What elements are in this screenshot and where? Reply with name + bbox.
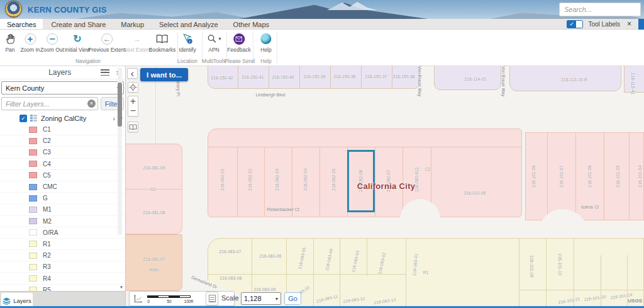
identify-button[interactable]: i Identify: [179, 31, 196, 53]
panel-scrollbar-thumb[interactable]: [118, 83, 122, 127]
legend-swatch: [29, 184, 37, 190]
selected-parcel-outline[interactable]: [347, 150, 375, 212]
legend-item[interactable]: R3: [0, 261, 125, 273]
legend-item[interactable]: G: [0, 193, 125, 204]
search-input[interactable]: [560, 6, 644, 13]
tab-markup[interactable]: Markup: [114, 19, 151, 29]
scale-doc-icon: [209, 295, 216, 302]
zoom-out-icon: −: [47, 31, 58, 46]
zoom-in-icon: +: [25, 31, 36, 46]
parcel-polygon[interactable]: [361, 66, 392, 89]
next-extent-button[interactable]: → Next Extent: [123, 31, 151, 53]
collapse-panel-button[interactable]: ‹: [127, 68, 138, 79]
parcel-line: [402, 147, 403, 217]
locate-button[interactable]: [128, 82, 138, 93]
i-want-to-button[interactable]: I want to...: [140, 68, 188, 81]
legend-item[interactable]: CMC: [0, 181, 125, 193]
parcel-line: [367, 238, 367, 276]
zoom-out-button[interactable]: − Zoom Out: [40, 31, 64, 53]
parcel-polygon[interactable]: [299, 66, 331, 89]
legend-label: R4: [43, 275, 51, 282]
close-icon[interactable]: ×: [625, 20, 633, 29]
legend-item[interactable]: M1: [0, 204, 125, 215]
legend-label: M2: [43, 218, 52, 225]
legend-list-icon[interactable]: [101, 69, 109, 76]
clear-filter-icon[interactable]: ×: [87, 100, 96, 108]
legend-item[interactable]: O/RA: [0, 227, 125, 239]
zoom-in-button[interactable]: + Zoom In: [20, 31, 40, 53]
legend-item[interactable]: R1: [0, 239, 125, 250]
tab-searches[interactable]: Searches: [0, 19, 43, 29]
scale-tick: 100ft: [184, 299, 193, 304]
legend-item[interactable]: C4: [0, 159, 125, 170]
pan-button[interactable]: Pan: [4, 31, 16, 53]
scale-select[interactable]: 1,128 ▾: [241, 292, 281, 305]
filter-layers-input[interactable]: [1, 97, 98, 110]
zone-c2-right-block[interactable]: [525, 132, 644, 220]
feedback-envelope-icon: [233, 31, 245, 46]
parcel-polygon[interactable]: [434, 66, 501, 90]
initial-view-button[interactable]: ↻ Initial View: [65, 31, 90, 53]
legend-label: C5: [43, 172, 51, 179]
global-search: [559, 3, 641, 16]
map-viewport[interactable]: 216-150-42216-150-41216-150-40216-150-39…: [126, 66, 644, 308]
tab-other-maps[interactable]: Other Maps: [226, 19, 276, 29]
parcel-polygon[interactable]: [624, 66, 644, 93]
legend-item[interactable]: M2: [0, 216, 125, 227]
tab-select-and-analyze[interactable]: Select and Analyze: [152, 19, 225, 29]
scroll-down-icon[interactable]: ▼: [119, 285, 123, 289]
legend-swatch: [29, 149, 37, 156]
kern-county-seal-logo: [5, 1, 22, 18]
parcel-polygon[interactable]: [392, 66, 419, 89]
legend-item[interactable]: R2: [0, 250, 125, 261]
mountain-snow: [327, 2, 377, 10]
check-icon: ✓: [567, 21, 576, 28]
zone-rmh-block[interactable]: [126, 234, 182, 291]
parcel-polygon[interactable]: [330, 66, 362, 89]
parcel-polygon[interactable]: [208, 66, 238, 89]
main-area: Layers × Kern County ▾ × Filter ✓ Zoning…: [0, 66, 644, 308]
tool-labels-label: Tool Labels: [588, 21, 620, 28]
legend-label: G: [43, 195, 48, 202]
parcel-polygon[interactable]: [269, 66, 300, 89]
legend-swatch: [29, 253, 37, 259]
layer-group-row[interactable]: ✓ Zoning CalCity › ▲: [0, 113, 125, 124]
parcel-line: [519, 290, 644, 290]
legend-label: CMC: [43, 183, 57, 190]
mountain-photo: [239, 2, 428, 19]
layer-checkbox[interactable]: ✓: [19, 115, 27, 122]
legend-swatch: [29, 138, 37, 144]
layers-panel: Layers × Kern County ▾ × Filter ✓ Zoning…: [0, 66, 126, 308]
help-button[interactable]: Help: [260, 31, 271, 53]
legend-item[interactable]: R4: [0, 273, 125, 284]
parcel-polygon[interactable]: [509, 66, 621, 91]
feedback-button[interactable]: Feedback: [227, 31, 250, 53]
right-edge-accent: [638, 19, 644, 30]
tool-labels-toggle[interactable]: ✓: [567, 20, 583, 28]
apn-button[interactable]: ▾ APN: [206, 31, 221, 53]
legend-item[interactable]: C5: [0, 170, 125, 181]
map-selector-value: Kern County: [6, 84, 44, 92]
panel-title: Layers: [0, 68, 101, 77]
bookmarks-icon: [156, 31, 169, 46]
parcel-polygon[interactable]: [238, 66, 269, 89]
map-selector-dropdown[interactable]: Kern County ▾: [1, 81, 124, 94]
map-zoom-out-button[interactable]: −: [128, 106, 138, 117]
legend-item[interactable]: C3: [0, 147, 125, 158]
legend-item[interactable]: C1: [0, 124, 125, 135]
previous-extent-icon: ←: [101, 31, 113, 46]
legend-item[interactable]: C2: [0, 135, 125, 147]
tab-create-and-share[interactable]: Create and Share: [44, 19, 113, 29]
parcel-line: [126, 189, 181, 190]
map-bookmarks-button[interactable]: [128, 122, 138, 132]
scale-tick: 50: [167, 299, 171, 304]
scale-tick: 0: [147, 299, 150, 304]
go-button[interactable]: Go: [284, 292, 301, 305]
bookmarks-button[interactable]: Bookmarks: [149, 31, 176, 53]
chevron-right-icon[interactable]: ›: [113, 115, 115, 122]
legend-label: C2: [43, 137, 51, 144]
previous-extent-button[interactable]: ← Previous Extent: [88, 31, 126, 53]
scale-bar: 0 50 100ft: [147, 295, 192, 304]
toolbar-group-navigation: Navigation: [75, 58, 101, 64]
scale-options-button[interactable]: [206, 292, 218, 305]
